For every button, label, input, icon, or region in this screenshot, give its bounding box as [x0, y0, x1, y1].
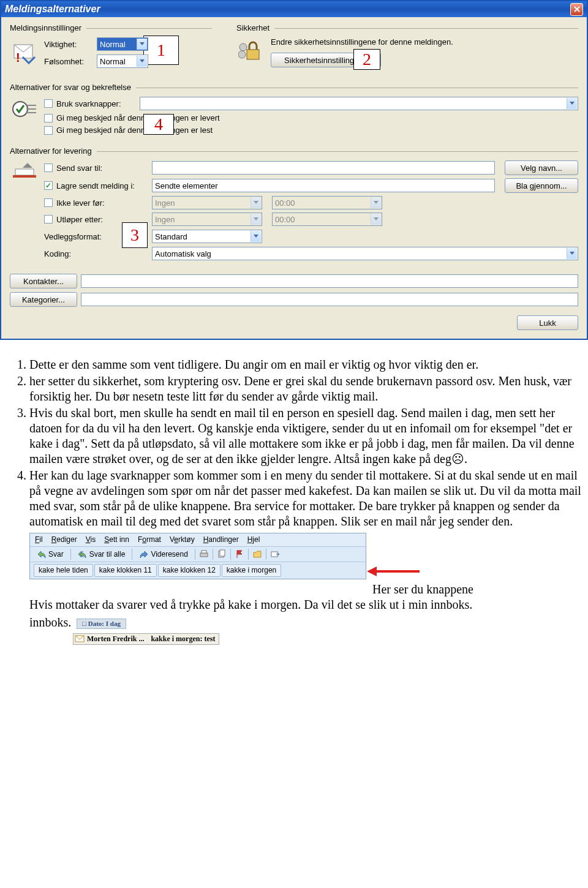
- inbox-row[interactable]: Morten Fredrik ... kakke i morgen: test: [73, 633, 219, 645]
- use-vote-buttons-label: Bruk svarknapper:: [56, 99, 130, 108]
- contacts-input[interactable]: [81, 274, 578, 288]
- chevron-down-icon: [567, 98, 577, 109]
- sensitivity-label: Følsomhet:: [44, 57, 93, 66]
- delivery-icon: [10, 160, 39, 187]
- svg-point-4: [238, 51, 246, 58]
- vote-btn-1[interactable]: kake hele tiden: [34, 564, 93, 577]
- sensitivity-combo[interactable]: Normal: [97, 55, 148, 68]
- mini-vote-bar: kake hele tiden kake klokken 11 kake klo…: [30, 562, 366, 579]
- vote-btn-4[interactable]: kakke i morgen: [222, 564, 281, 577]
- chevron-down-icon: [567, 248, 577, 259]
- doc-item-3: Hvis du skal bort, men skulle ha sendt e…: [29, 405, 582, 467]
- inbox-from: Morten Fredrik ...: [87, 634, 144, 644]
- importance-icon: !: [10, 37, 39, 64]
- reply-to-label: Send svar til:: [56, 164, 148, 173]
- chevron-down-icon: [137, 56, 147, 67]
- deliver-after-date-combo[interactable]: Ingen: [152, 196, 262, 209]
- expires-after-checkbox[interactable]: [44, 215, 53, 224]
- categories-button[interactable]: Kategorier...: [10, 292, 77, 307]
- print-icon[interactable]: [199, 549, 209, 559]
- svg-point-3: [239, 43, 247, 51]
- expires-after-time-combo[interactable]: 00:00: [272, 213, 382, 226]
- svg-text:!: !: [16, 51, 20, 64]
- svg-rect-7: [13, 175, 36, 178]
- window-close-button[interactable]: [570, 3, 583, 16]
- menu-hjelp[interactable]: Hjel: [247, 535, 260, 544]
- menu-verktoy[interactable]: Verktøy: [170, 535, 195, 544]
- contacts-button[interactable]: Kontakter...: [10, 274, 77, 288]
- chevron-down-icon: [251, 231, 261, 242]
- doc-item-1: Dette er den samme som vent tidligere. D…: [29, 357, 582, 372]
- group-delivery-heading: Alternativer for levering: [10, 146, 578, 156]
- attachment-format-combo[interactable]: Standard: [152, 230, 262, 243]
- message-options-dialog: Meldingsalternativer 1 2 3 4 Meldingsinn…: [0, 0, 588, 340]
- group-settings-heading: Meldingsinnstillinger: [10, 23, 212, 32]
- notify-read-checkbox[interactable]: [44, 126, 53, 135]
- reply-to-input[interactable]: [152, 161, 495, 175]
- titlebar: Meldingsalternativer: [1, 1, 587, 17]
- security-desc: Endre sikkerhetsinnstillingene for denne…: [271, 37, 578, 47]
- menu-settinn[interactable]: Sett inn: [104, 535, 129, 544]
- menu-handlinger[interactable]: Handlinger: [203, 535, 239, 544]
- document-body: Dette er den samme som vent tidligere. D…: [0, 357, 588, 652]
- reply-to-checkbox[interactable]: [44, 164, 53, 172]
- group-security-heading: Sikkerhet: [236, 23, 578, 32]
- chevron-down-icon: [251, 214, 261, 225]
- menu-fil[interactable]: Fil: [35, 535, 43, 544]
- vote-btn-3[interactable]: kake klokken 12: [158, 564, 221, 577]
- svg-rect-8: [200, 553, 208, 557]
- innboks-word: innboks.: [29, 615, 71, 629]
- importance-combo[interactable]: Normal: [97, 37, 148, 51]
- move-icon[interactable]: [270, 549, 280, 559]
- expires-after-date-combo[interactable]: Ingen: [152, 213, 262, 226]
- chevron-down-icon: [251, 197, 261, 208]
- svg-rect-2: [247, 50, 259, 59]
- vote-buttons-combo[interactable]: [140, 97, 578, 110]
- forward-button[interactable]: Videresend: [136, 549, 191, 560]
- arrow-caption: Her ser du knappene: [372, 582, 473, 596]
- copy-icon[interactable]: [217, 549, 227, 559]
- reply-all-icon: [78, 549, 88, 559]
- close-icon: [573, 6, 581, 13]
- svg-rect-6: [15, 169, 34, 175]
- group-reply-heading: Alternativer for svar og bekreftelse: [10, 83, 578, 92]
- svg-rect-11: [220, 550, 225, 556]
- chevron-down-icon: [371, 214, 381, 225]
- select-names-button[interactable]: Velg navn...: [505, 160, 578, 175]
- mail-icon: [75, 634, 85, 643]
- importance-label: Viktighet:: [44, 40, 93, 49]
- red-arrow-icon: [367, 565, 420, 578]
- mini-toolbar: Svar Svar til alle Videresend: [30, 547, 366, 562]
- notify-read-label: Gi meg beskjed når denne meldingen er le…: [56, 126, 213, 135]
- annotation-1: 1: [143, 36, 179, 65]
- doc-item-2: her setter du sikkerhet, som kryptering …: [29, 374, 582, 404]
- reply-all-button[interactable]: Svar til alle: [75, 549, 129, 560]
- vote-btn-2[interactable]: kake klokken 11: [94, 564, 157, 577]
- encoding-label: Koding:: [44, 249, 148, 258]
- reply-icon: [10, 97, 39, 124]
- close-button[interactable]: Lukk: [517, 315, 578, 330]
- menu-format[interactable]: Format: [138, 535, 161, 544]
- categories-input[interactable]: [81, 293, 578, 306]
- save-in-checkbox[interactable]: [44, 181, 53, 190]
- use-vote-buttons-checkbox[interactable]: [44, 99, 53, 108]
- window-title: Meldingsalternativer: [5, 4, 100, 15]
- deliver-after-time-combo[interactable]: 00:00: [272, 196, 382, 209]
- save-in-value: Sendte elementer: [152, 179, 495, 192]
- flag-icon[interactable]: [235, 549, 244, 559]
- svg-marker-14: [367, 566, 377, 576]
- deliver-after-checkbox[interactable]: [44, 198, 53, 207]
- save-in-label: Lagre sendt melding i:: [56, 181, 148, 190]
- folder-icon[interactable]: [252, 549, 262, 559]
- inbox-date-header: □ Dato: I dag: [77, 619, 126, 630]
- browse-button[interactable]: Bla gjennom...: [505, 178, 578, 193]
- annotation-2: 2: [353, 49, 380, 70]
- deliver-after-label: Ikke lever før:: [56, 198, 148, 208]
- notify-delivered-checkbox[interactable]: [44, 114, 53, 122]
- menu-rediger[interactable]: Rediger: [51, 535, 77, 544]
- encoding-combo[interactable]: Automatisk valg: [152, 247, 578, 260]
- menu-vis[interactable]: Vis: [86, 535, 96, 544]
- doc-item-4: Her kan du lage svarknapper som kommer s…: [29, 468, 582, 529]
- reply-button[interactable]: Svar: [34, 549, 67, 560]
- inbox-subject: kakke i morgen: test: [151, 634, 215, 644]
